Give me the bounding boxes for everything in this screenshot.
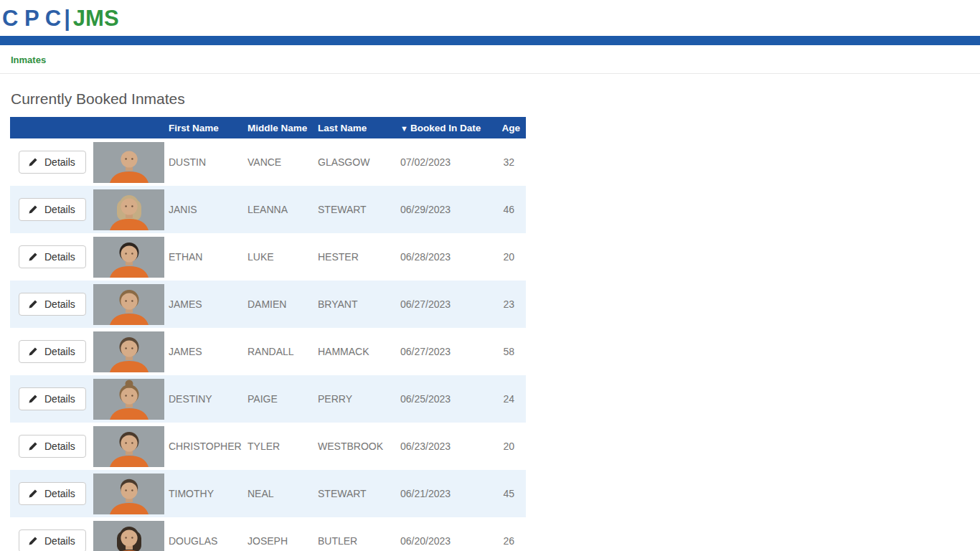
details-button[interactable]: Details xyxy=(19,529,86,551)
pencil-icon xyxy=(28,536,38,546)
age-cell: 58 xyxy=(488,328,526,375)
pencil-icon xyxy=(28,204,38,215)
age-cell: 20 xyxy=(488,233,526,281)
photo-cell xyxy=(89,375,164,423)
details-button[interactable]: Details xyxy=(19,245,86,268)
first-name-cell: DOUGLAS xyxy=(164,517,243,551)
first-name-cell: DESTINY xyxy=(164,375,243,423)
middle-name-cell: VANCE xyxy=(243,138,314,186)
table-body: Details DUSTIN VANCE GLASGOW 07/02/2023 … xyxy=(10,138,526,551)
details-column-header xyxy=(10,117,89,138)
details-cell: Details xyxy=(10,517,89,551)
inmate-row: Details DUSTIN VANCE GLASGOW 07/02/2023 … xyxy=(10,138,526,186)
booked-in-date-cell: 06/27/2023 xyxy=(396,281,488,328)
details-button-label: Details xyxy=(44,156,75,168)
details-button[interactable]: Details xyxy=(19,198,86,221)
photo-cell xyxy=(89,470,164,517)
breadcrumb-inmates[interactable]: Inmates xyxy=(11,55,46,65)
middle-name-cell: PAIGE xyxy=(243,375,314,423)
details-cell: Details xyxy=(10,328,89,375)
pencil-icon xyxy=(28,157,38,167)
details-button[interactable]: Details xyxy=(19,482,86,505)
details-button-label: Details xyxy=(44,251,75,263)
last-name-cell: WESTBROOK xyxy=(314,423,396,470)
details-button-label: Details xyxy=(44,393,75,405)
details-button[interactable]: Details xyxy=(19,435,86,458)
details-cell: Details xyxy=(10,281,89,328)
age-cell: 20 xyxy=(488,423,526,470)
sort-desc-icon: ▼ xyxy=(400,124,408,133)
first-name-cell: TIMOTHY xyxy=(164,470,243,517)
details-button-label: Details xyxy=(44,488,75,499)
photo-cell xyxy=(89,423,164,470)
middle-name-cell: TYLER xyxy=(243,423,314,470)
column-header-age[interactable]: Age xyxy=(488,117,526,138)
first-name-cell: JAMES xyxy=(164,281,243,328)
details-button-label: Details xyxy=(44,204,75,215)
age-cell: 45 xyxy=(488,470,526,517)
inmate-photo xyxy=(93,189,164,230)
pencil-icon xyxy=(28,394,38,404)
booked-in-date-label: Booked In Date xyxy=(410,123,481,133)
inmate-row: Details CHRISTOPHER TYLER WESTBROOK 06/2… xyxy=(10,423,526,470)
pencil-icon xyxy=(28,252,38,262)
details-button[interactable]: Details xyxy=(19,293,86,316)
photo-cell xyxy=(89,186,164,233)
photo-cell xyxy=(89,138,164,186)
last-name-cell: STEWART xyxy=(314,470,396,517)
column-header-middle-name[interactable]: Middle Name xyxy=(243,117,314,138)
details-button[interactable]: Details xyxy=(19,387,86,410)
breadcrumb-bar: Inmates xyxy=(0,45,980,74)
age-cell: 24 xyxy=(488,375,526,423)
last-name-cell: GLASGOW xyxy=(314,138,396,186)
nav-bar xyxy=(0,36,980,45)
photo-cell xyxy=(89,233,164,281)
inmate-row: Details ETHAN LUKE HESTER 06/28/2023 20 xyxy=(10,233,526,281)
column-header-last-name[interactable]: Last Name xyxy=(314,117,396,138)
column-header-first-name[interactable]: First Name xyxy=(164,117,243,138)
app-logo: C P C|JMS xyxy=(2,5,980,32)
first-name-cell: ETHAN xyxy=(164,233,243,281)
pencil-icon xyxy=(28,299,38,309)
inmates-table: First Name Middle Name Last Name ▼Booked… xyxy=(10,117,526,551)
details-cell: Details xyxy=(10,375,89,423)
page-title: Currently Booked Inmates xyxy=(11,90,980,108)
details-button[interactable]: Details xyxy=(19,340,86,363)
details-button-label: Details xyxy=(44,441,75,452)
photo-cell xyxy=(89,281,164,328)
details-button[interactable]: Details xyxy=(19,151,86,174)
inmate-row: Details JAMES RANDALL HAMMACK 06/27/2023… xyxy=(10,328,526,375)
photo-cell xyxy=(89,517,164,551)
photo-cell xyxy=(89,328,164,375)
last-name-cell: STEWART xyxy=(314,186,396,233)
age-cell: 46 xyxy=(488,186,526,233)
inmate-row: Details JAMES DAMIEN BRYANT 06/27/2023 2… xyxy=(10,281,526,328)
column-header-booked-in-date[interactable]: ▼Booked In Date xyxy=(396,117,488,138)
main-content: Currently Booked Inmates First Name Midd… xyxy=(0,90,980,551)
details-button-label: Details xyxy=(44,298,75,310)
inmate-row: Details DESTINY PAIGE PERRY 06/25/2023 2… xyxy=(10,375,526,423)
details-cell: Details xyxy=(10,470,89,517)
middle-name-cell: LEANNA xyxy=(243,186,314,233)
inmate-photo xyxy=(93,426,164,467)
first-name-cell: CHRISTOPHER xyxy=(164,423,243,470)
details-cell: Details xyxy=(10,186,89,233)
details-cell: Details xyxy=(10,423,89,470)
inmate-photo xyxy=(93,521,164,551)
details-button-label: Details xyxy=(44,535,75,547)
last-name-cell: BUTLER xyxy=(314,517,396,551)
middle-name-cell: LUKE xyxy=(243,233,314,281)
photo-column-header xyxy=(89,117,164,138)
booked-in-date-cell: 06/29/2023 xyxy=(396,186,488,233)
first-name-cell: DUSTIN xyxy=(164,138,243,186)
booked-in-date-cell: 06/25/2023 xyxy=(396,375,488,423)
pencil-icon xyxy=(28,441,38,451)
last-name-cell: BRYANT xyxy=(314,281,396,328)
inmate-photo xyxy=(93,237,164,278)
last-name-cell: HAMMACK xyxy=(314,328,396,375)
inmate-photo xyxy=(93,284,164,325)
booked-in-date-cell: 06/21/2023 xyxy=(396,470,488,517)
first-name-cell: JANIS xyxy=(164,186,243,233)
inmate-photo xyxy=(93,142,164,183)
booked-in-date-cell: 06/23/2023 xyxy=(396,423,488,470)
